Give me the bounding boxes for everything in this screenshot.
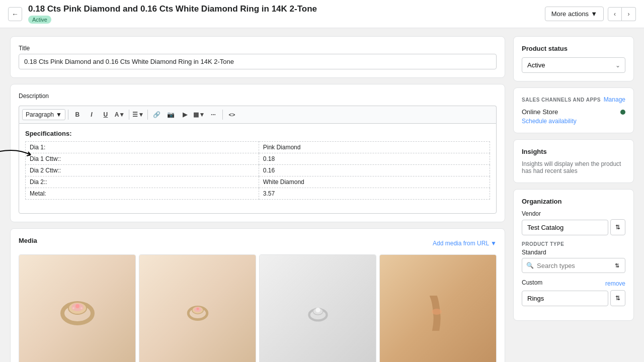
- spec-value: 0.18: [259, 153, 490, 165]
- description-card: All the attributes will be added at the …: [10, 84, 505, 222]
- online-store-row: Online Store: [522, 108, 625, 116]
- spec-key: Metal:: [26, 188, 259, 200]
- more-actions-button[interactable]: More actions ▼: [545, 7, 604, 21]
- spec-row: Dia 2::White Diamond: [26, 176, 490, 188]
- more-button[interactable]: ···: [207, 108, 220, 121]
- search-icon: 🔍: [526, 262, 534, 269]
- title-card: Title: [10, 36, 505, 78]
- callout-arrow-icon: [0, 145, 36, 160]
- nav-arrows: ‹ ›: [608, 7, 636, 21]
- bold-button[interactable]: B: [71, 108, 84, 121]
- nav-next-button[interactable]: ›: [622, 7, 636, 21]
- schedule-availability-button[interactable]: Schedule availability: [522, 118, 577, 125]
- spec-value: 3.57: [259, 188, 490, 200]
- remove-custom-button[interactable]: remove: [605, 280, 625, 287]
- page-title: 0.18 Cts Pink Diamond and 0.16 Cts White…: [28, 4, 539, 14]
- page-wrapper: ← 0.18 Cts Pink Diamond and 0.16 Cts Whi…: [0, 0, 644, 362]
- product-status-select[interactable]: Active Draft: [522, 57, 625, 73]
- more-actions-label: More actions: [551, 10, 589, 18]
- arm-icon: [426, 296, 451, 331]
- vendor-select-btn[interactable]: ⇅: [610, 219, 625, 235]
- svg-point-4: [72, 307, 74, 309]
- media-item-4[interactable]: [379, 254, 497, 362]
- sales-channels-header: SALES CHANNELS AND APPS Manage: [522, 96, 625, 103]
- link-button[interactable]: 🔗: [150, 108, 164, 121]
- sales-channels-label: SALES CHANNELS AND APPS: [522, 97, 601, 103]
- insights-text: Insights will display when the product h…: [522, 160, 625, 174]
- chevron-down-icon: ▼: [591, 10, 597, 18]
- custom-section: Custom remove Rings ⇅: [522, 279, 625, 306]
- product-type-section: PRODUCT TYPE Standard 🔍 ⇅: [522, 241, 625, 273]
- main-column: Title All the attributes will be added a…: [10, 36, 505, 362]
- spec-value: White Diamond: [259, 176, 490, 188]
- ring-3-icon: [305, 301, 331, 326]
- spec-row: Metal:3.57: [26, 188, 490, 200]
- insights-card: Insights Insights will display when the …: [513, 139, 634, 183]
- product-status-card: Product status Active Draft: [513, 36, 634, 81]
- search-types-input[interactable]: [537, 262, 610, 269]
- product-status-title: Product status: [522, 45, 625, 52]
- media-card: Media Add media from URL ▼: [10, 228, 505, 362]
- add-media-label: Add media from URL: [433, 240, 489, 247]
- product-status-select-wrapper: Active Draft: [522, 57, 625, 73]
- source-button[interactable]: <>: [225, 108, 238, 121]
- media-title: Media: [19, 237, 37, 244]
- vendor-section: Vendor Test Catalog ⇅: [522, 210, 625, 235]
- toolbar-divider-3: [147, 110, 148, 120]
- media-item-2[interactable]: [139, 254, 256, 362]
- toolbar-divider-4: [222, 110, 223, 120]
- title-input[interactable]: [19, 54, 497, 69]
- video-button[interactable]: ▶: [179, 108, 192, 121]
- table-button[interactable]: ▦▼: [193, 108, 206, 121]
- chevron-down-icon: ▼: [56, 111, 62, 118]
- add-media-button[interactable]: Add media from URL ▼: [433, 240, 497, 247]
- custom-header: Custom remove: [522, 279, 625, 288]
- paragraph-select[interactable]: Paragraph ▼: [22, 109, 65, 120]
- content-area: Title All the attributes will be added a…: [0, 28, 644, 362]
- product-type-label: PRODUCT TYPE: [522, 241, 625, 247]
- specs-title: Specifications:: [25, 130, 490, 137]
- svg-point-5: [80, 307, 83, 309]
- spec-key: Dia 2 Cttw::: [26, 165, 259, 176]
- media-item-main[interactable]: [19, 254, 136, 362]
- sales-channels-card: SALES CHANNELS AND APPS Manage Online St…: [513, 87, 634, 133]
- custom-select-btn[interactable]: ⇅: [610, 290, 625, 306]
- media-item-3[interactable]: [259, 254, 376, 362]
- media-header: Media Add media from URL ▼: [19, 237, 497, 249]
- back-button[interactable]: ←: [8, 7, 22, 21]
- vendor-label: Vendor: [522, 210, 625, 217]
- top-bar: ← 0.18 Cts Pink Diamond and 0.16 Cts Whi…: [0, 0, 644, 28]
- title-field-label: Title: [19, 45, 497, 52]
- custom-row: Rings ⇅: [522, 290, 625, 306]
- image-button[interactable]: 📷: [165, 108, 178, 121]
- spec-value: 0.16: [259, 165, 490, 176]
- sidebar-column: Product status Active Draft SALES CHANNE…: [513, 36, 634, 321]
- svg-point-13: [432, 309, 442, 315]
- online-store-status-dot: [620, 110, 625, 115]
- description-section: Paragraph ▼ B I U A▼ ☰▼ 🔗 📷 ▶: [19, 106, 497, 214]
- underline-button[interactable]: U: [99, 108, 112, 121]
- svg-point-9: [196, 307, 199, 310]
- svg-point-3: [75, 304, 79, 308]
- custom-select[interactable]: Rings: [522, 291, 608, 306]
- font-color-button[interactable]: A▼: [113, 108, 126, 121]
- italic-button[interactable]: I: [85, 108, 98, 121]
- vendor-select[interactable]: Test Catalog: [522, 220, 608, 235]
- editor-toolbar: Paragraph ▼ B I U A▼ ☰▼ 🔗 📷 ▶: [19, 106, 497, 123]
- spec-row: Dia 1 Cttw::0.18: [26, 153, 490, 165]
- specs-table: Dia 1:Pink DiamondDia 1 Cttw::0.18Dia 2 …: [25, 141, 490, 200]
- ring-2-icon: [185, 301, 210, 326]
- status-badge: Active: [28, 16, 51, 24]
- custom-label: Custom: [522, 279, 542, 286]
- editor-content[interactable]: Specifications: Dia 1:Pink DiamondDia 1 …: [19, 123, 497, 214]
- page-title-area: 0.18 Cts Pink Diamond and 0.16 Cts White…: [28, 4, 539, 24]
- search-types-btn[interactable]: ⇅: [613, 260, 621, 270]
- align-button[interactable]: ☰▼: [132, 108, 145, 121]
- manage-button[interactable]: Manage: [604, 96, 625, 103]
- nav-prev-button[interactable]: ‹: [608, 7, 622, 21]
- organization-title: Organization: [522, 198, 625, 205]
- chevron-down-icon: ▼: [491, 240, 497, 247]
- search-types-wrapper: 🔍 ⇅: [522, 258, 625, 273]
- spec-row: Dia 1:Pink Diamond: [26, 142, 490, 153]
- spec-key: Dia 2::: [26, 176, 259, 188]
